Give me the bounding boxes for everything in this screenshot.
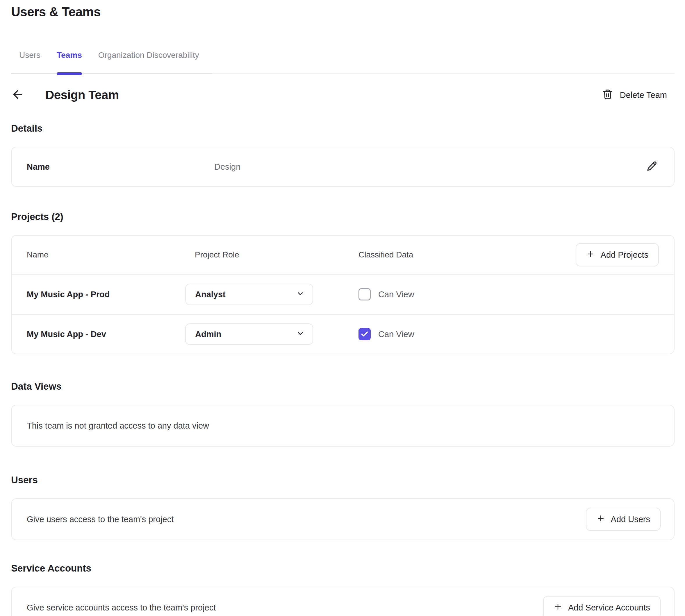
projects-card: Name Project Role Classified Data Add Pr… xyxy=(11,235,675,354)
chevron-down-icon xyxy=(296,330,304,339)
users-card: Give users access to the team's project … xyxy=(11,498,675,540)
add-service-accounts-button[interactable]: Add Service Accounts xyxy=(543,596,661,616)
project-name: My Music App - Dev xyxy=(27,330,185,339)
project-role-value: Admin xyxy=(195,330,221,339)
users-teams-page: Users & Teams Users Teams Organization D… xyxy=(0,0,685,616)
chevron-down-icon xyxy=(296,290,304,299)
tab-bar: Users Teams Organization Discoverability xyxy=(11,50,675,74)
users-description: Give users access to the team's project xyxy=(27,514,174,524)
team-title: Design Team xyxy=(45,88,119,102)
add-users-button[interactable]: Add Users xyxy=(586,508,661,531)
add-projects-label: Add Projects xyxy=(601,250,648,260)
project-role-select[interactable]: Analyst xyxy=(185,284,313,305)
users-row: Give users access to the team's project … xyxy=(12,499,674,540)
details-heading: Details xyxy=(11,123,675,134)
project-row-dev: My Music App - Dev Admin Can View xyxy=(12,314,674,354)
project-role-cell: Analyst xyxy=(185,284,359,305)
data-views-card: This team is not granted access to any d… xyxy=(11,405,675,447)
can-view-label: Can View xyxy=(378,330,414,339)
project-role-select[interactable]: Admin xyxy=(185,324,313,345)
project-name: My Music App - Prod xyxy=(27,290,185,299)
delete-team-button[interactable]: Delete Team xyxy=(602,89,675,102)
add-projects-button[interactable]: Add Projects xyxy=(576,243,659,266)
column-header-classified-data: Classified Data xyxy=(359,250,576,260)
service-accounts-description: Give service accounts access to the team… xyxy=(27,603,216,613)
details-name-row: Name Design xyxy=(12,147,674,186)
add-service-accounts-label: Add Service Accounts xyxy=(568,603,650,613)
data-views-empty-row: This team is not granted access to any d… xyxy=(12,405,674,446)
projects-heading: Projects (2) xyxy=(11,211,675,222)
service-accounts-heading: Service Accounts xyxy=(11,563,675,574)
tab-organization-discoverability[interactable]: Organization Discoverability xyxy=(98,50,199,73)
project-role-cell: Admin xyxy=(185,324,359,345)
check-icon xyxy=(361,330,369,338)
projects-table-header: Name Project Role Classified Data Add Pr… xyxy=(12,236,674,274)
trash-icon xyxy=(602,89,614,102)
project-role-value: Analyst xyxy=(195,290,226,299)
tab-list: Users Teams Organization Discoverability xyxy=(11,50,212,74)
delete-team-label: Delete Team xyxy=(620,90,667,100)
name-value: Design xyxy=(214,162,240,172)
service-accounts-row: Give service accounts access to the team… xyxy=(12,587,674,616)
name-label: Name xyxy=(27,162,214,172)
tab-users[interactable]: Users xyxy=(19,50,40,73)
service-accounts-card: Give service accounts access to the team… xyxy=(11,587,675,616)
plus-icon xyxy=(554,602,562,613)
arrow-left-icon xyxy=(11,88,24,102)
can-view-checkbox[interactable] xyxy=(359,328,371,340)
column-header-name: Name xyxy=(27,250,185,260)
team-header: Design Team Delete Team xyxy=(11,87,675,103)
classified-data-cell: Can View xyxy=(359,288,659,301)
data-views-heading: Data Views xyxy=(11,381,675,392)
add-users-label: Add Users xyxy=(611,514,650,524)
details-card: Name Design xyxy=(11,147,675,187)
users-heading: Users xyxy=(11,475,675,486)
can-view-label: Can View xyxy=(378,290,414,299)
plus-icon xyxy=(586,249,595,260)
pencil-icon xyxy=(646,160,658,174)
project-row-prod: My Music App - Prod Analyst Can View xyxy=(12,274,674,314)
page-title: Users & Teams xyxy=(11,5,675,19)
classified-data-cell: Can View xyxy=(359,328,659,340)
plus-icon xyxy=(596,514,605,525)
tab-teams[interactable]: Teams xyxy=(57,50,82,73)
can-view-checkbox[interactable] xyxy=(359,288,371,301)
edit-name-button[interactable] xyxy=(645,160,659,174)
back-button[interactable] xyxy=(11,87,26,103)
column-header-project-role: Project Role xyxy=(185,250,359,260)
data-views-empty-text: This team is not granted access to any d… xyxy=(27,421,209,431)
